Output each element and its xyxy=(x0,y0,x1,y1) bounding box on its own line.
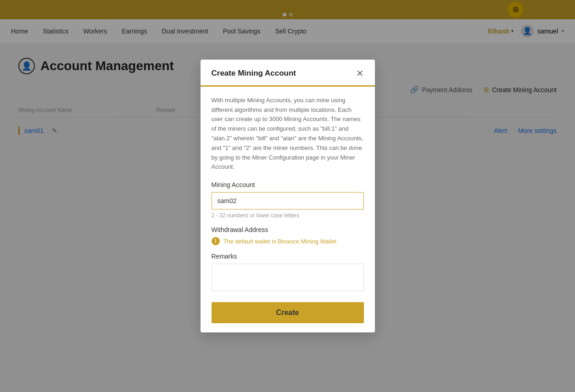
modal-header: Create Mining Account ✕ xyxy=(201,60,375,87)
modal-close-button[interactable]: ✕ xyxy=(356,69,364,78)
modal-overlay: Create Mining Account ✕ With multiple Mi… xyxy=(0,0,575,155)
modal-body: With multiple Mining Accounts, you can m… xyxy=(201,87,375,155)
modal-info-text: With multiple Mining Accounts, you can m… xyxy=(212,96,364,155)
create-mining-account-modal: Create Mining Account ✕ With multiple Mi… xyxy=(201,60,375,155)
modal-title: Create Mining Account xyxy=(212,69,296,78)
